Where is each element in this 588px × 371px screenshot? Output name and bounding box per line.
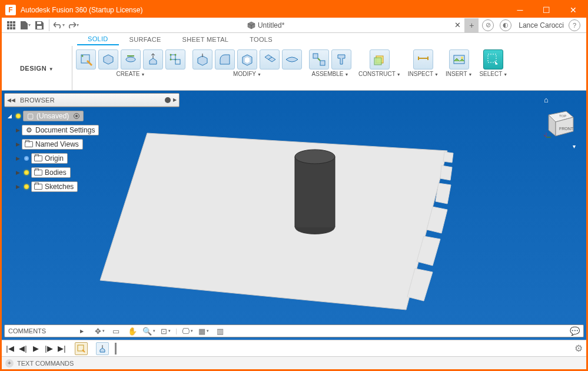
expand-icon[interactable]: ◢ (8, 113, 14, 119)
svg-rect-25 (488, 54, 496, 62)
modify-menu[interactable]: MODIFY▼ (233, 71, 261, 77)
minimize-button[interactable]: ─ (507, 2, 533, 18)
timeline-step-back-button[interactable]: ◀| (18, 344, 28, 353)
viewport-layout-button[interactable]: ▥ (214, 326, 227, 336)
viewport[interactable]: ◀◀ BROWSER ▶ ◢ ▢ (Unsaved) (2, 91, 586, 340)
select-menu[interactable]: SELECT▼ (479, 71, 507, 77)
inspect-button[interactable] (413, 49, 433, 69)
chat-icon[interactable]: 💬 (570, 326, 580, 336)
fit-button[interactable]: ⊡ (159, 326, 172, 336)
expand-text-commands-button[interactable]: + (5, 359, 14, 367)
named-views-chip[interactable]: Named Views (22, 139, 83, 150)
tree-node-named-views[interactable]: ▶ Named Views (16, 138, 99, 151)
visibility-icon[interactable] (22, 154, 31, 163)
grid-settings-button[interactable]: ▦ (197, 326, 210, 336)
undo-button[interactable]: ▾ (52, 19, 66, 32)
browser-menu-icon[interactable]: ▶ (173, 97, 177, 103)
close-button[interactable]: ✕ (560, 2, 586, 18)
tree-node-bodies[interactable]: ▶ Bodies (16, 166, 99, 179)
extensions-button[interactable]: ⊘ (482, 19, 494, 31)
pan-button[interactable]: ✋ (126, 326, 139, 336)
joint-button[interactable] (309, 49, 329, 69)
comments-expand-icon[interactable]: ▶ (80, 329, 86, 334)
viewcube-menu-icon[interactable]: ▾ (543, 143, 576, 150)
orbit-button[interactable]: ✥ (93, 326, 106, 336)
tree-root-node[interactable]: ◢ ▢ (Unsaved) (8, 110, 99, 122)
data-panel-button[interactable] (4, 19, 18, 32)
fillet-button[interactable] (215, 49, 235, 69)
viewcube[interactable]: TOP FRONT (543, 107, 576, 140)
help-button[interactable]: ? (569, 19, 580, 31)
as-built-joint-button[interactable] (331, 49, 351, 69)
file-menu-button[interactable]: ▾ (18, 19, 32, 32)
active-component-icon[interactable] (74, 113, 79, 119)
document-tab[interactable]: Untitled* (247, 21, 284, 29)
timeline-play-button[interactable]: ▶ (31, 344, 41, 353)
timeline-marker[interactable] (115, 343, 117, 355)
tab-sheet-metal[interactable]: SHEET METAL (172, 33, 240, 45)
expand-icon[interactable]: ▶ (16, 127, 22, 133)
expand-icon[interactable]: ▶ (16, 155, 22, 161)
extrude-button[interactable] (143, 49, 163, 69)
zoom-button[interactable]: 🔍 (142, 326, 155, 336)
svg-point-35 (295, 150, 335, 164)
home-view-button[interactable]: ⌂ (544, 95, 576, 104)
tree-node-origin[interactable]: ▶ Origin (16, 152, 99, 165)
expand-icon[interactable]: ▶ (16, 170, 22, 175)
new-tab-button[interactable]: + (464, 18, 479, 32)
maximize-button[interactable]: ☐ (533, 2, 560, 18)
tree-node-sketches[interactable]: ▶ Sketches (16, 180, 99, 193)
derive-button[interactable] (121, 49, 141, 69)
visibility-icon[interactable] (22, 168, 31, 177)
visibility-icon[interactable] (14, 112, 23, 120)
tab-tools[interactable]: TOOLS (239, 33, 283, 45)
browser-collapse-icon[interactable]: ◀◀ (7, 97, 15, 103)
redo-button[interactable]: ▾ (66, 19, 80, 32)
root-component-chip[interactable]: ▢ (Unsaved) (23, 111, 84, 121)
document-settings-chip[interactable]: ⚙ Document Settings (22, 125, 99, 135)
timeline-end-button[interactable]: ▶| (57, 344, 67, 353)
svg-rect-4 (10, 24, 12, 26)
save-button[interactable] (32, 19, 46, 32)
svg-rect-13 (171, 55, 175, 59)
tab-solid[interactable]: SOLID (77, 33, 119, 45)
browser-settings-icon[interactable] (165, 97, 171, 103)
select-tool-button[interactable] (483, 49, 503, 69)
timeline-step-fwd-button[interactable]: |▶ (44, 344, 54, 353)
shell-button[interactable] (237, 49, 257, 69)
workspace-button[interactable]: DESIGN ▼ (20, 65, 54, 72)
timeline-start-button[interactable]: |◀ (5, 344, 15, 353)
bodies-chip[interactable]: Bodies (31, 167, 71, 178)
close-tab-button[interactable]: ✕ (451, 19, 463, 32)
insert-menu[interactable]: INSERT▼ (446, 71, 472, 77)
timeline-sketch-feature[interactable] (75, 342, 88, 355)
origin-chip[interactable]: Origin (31, 153, 68, 164)
draft-button[interactable] (282, 49, 302, 69)
comments-label[interactable]: COMMENTS (8, 327, 46, 334)
new-sketch-button[interactable] (76, 49, 96, 69)
timeline-settings-button[interactable]: ⚙ (574, 343, 583, 354)
revolve-button[interactable] (165, 49, 185, 69)
construct-button[interactable] (370, 49, 390, 69)
assemble-menu[interactable]: ASSEMBLE▼ (312, 71, 349, 77)
combine-button[interactable] (260, 49, 280, 69)
look-at-button[interactable]: ▭ (109, 326, 122, 336)
press-pull-button[interactable] (192, 49, 212, 69)
insert-button[interactable] (449, 49, 469, 69)
job-status-button[interactable]: ◐ (500, 19, 511, 31)
timeline-extrude-feature[interactable] (96, 342, 109, 355)
tab-surface[interactable]: SURFACE (119, 33, 172, 45)
3d-scene[interactable] (71, 98, 518, 333)
user-menu[interactable]: Lance Carocci (519, 21, 564, 29)
sketches-chip[interactable]: Sketches (31, 181, 78, 192)
display-settings-button[interactable]: 🖵 (181, 326, 194, 336)
create-form-button[interactable] (98, 49, 118, 69)
inspect-menu[interactable]: INSPECT▼ (408, 71, 438, 77)
expand-icon[interactable]: ▶ (16, 141, 22, 147)
select-group: SELECT▼ (476, 46, 511, 90)
tree-node-document-settings[interactable]: ▶ ⚙ Document Settings (16, 124, 99, 137)
construct-menu[interactable]: CONSTRUCT▼ (358, 71, 401, 77)
visibility-icon[interactable] (22, 183, 31, 191)
create-menu[interactable]: CREATE▼ (117, 71, 145, 77)
expand-icon[interactable]: ▶ (16, 184, 22, 190)
